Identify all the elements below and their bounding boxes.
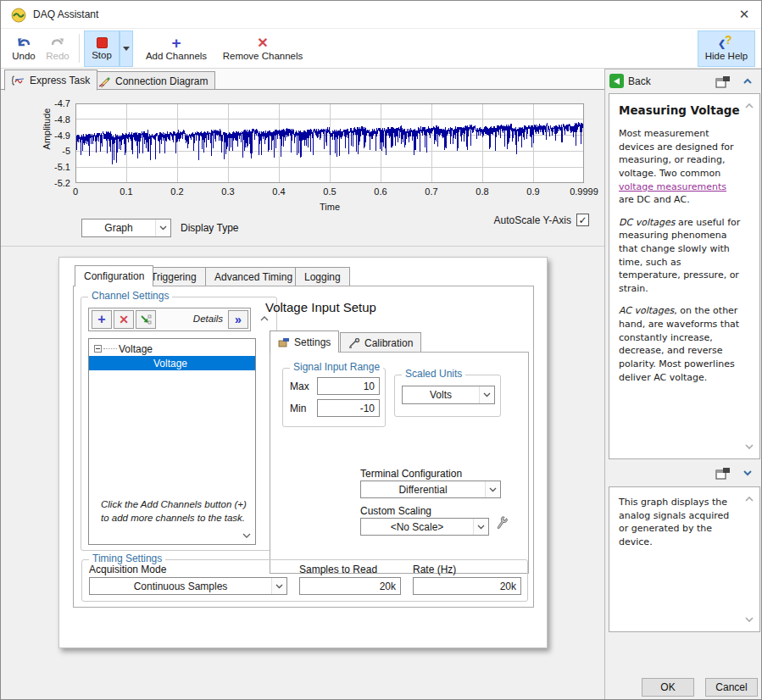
hide-help-button[interactable]: ❮ ? Hide Help — [698, 31, 755, 67]
y-tick-label: -5.1 — [54, 162, 70, 172]
scroll-down-icon[interactable] — [743, 442, 756, 452]
y-tick-label: -4.9 — [54, 131, 70, 141]
x-tick-label: 0.9 — [526, 186, 539, 197]
terminal-configuration-label: Terminal Configuration — [360, 468, 462, 480]
remove-channels-button[interactable]: ✕ Remove Channels — [218, 31, 308, 67]
channel-group-label: Voltage — [119, 343, 153, 355]
waveform-chart[interactable] — [75, 103, 584, 183]
acquisition-mode-select[interactable]: Continuous Samples — [89, 577, 287, 595]
channel-list-toolbar: + ✕ Details — [88, 308, 251, 331]
scaled-units-select[interactable]: Volts — [402, 386, 495, 404]
scroll-down-icon[interactable] — [743, 614, 756, 625]
terminal-configuration-select[interactable]: Differential — [360, 481, 501, 498]
delete-channel-button[interactable]: ✕ — [114, 310, 134, 329]
x-tick-label: 0.9999 — [570, 186, 598, 197]
redo-icon — [50, 37, 65, 49]
add-channels-button[interactable]: + Add Channels — [140, 31, 213, 67]
autoscale-checkbox[interactable]: ✓ — [576, 214, 589, 226]
back-button[interactable]: Back — [609, 74, 651, 88]
channel-label: Voltage — [153, 358, 187, 369]
dropdown-arrow-icon — [123, 47, 130, 51]
channel-settings-label: Channel Settings — [88, 290, 172, 302]
graph-note: This graph displays the analog signals a… — [619, 496, 741, 548]
voltage-input-setup-heading: Voltage Input Setup — [265, 300, 376, 314]
custom-scaling-label: Custom Scaling — [360, 505, 431, 517]
chevron-down-icon — [479, 386, 494, 403]
tab-connection-diagram[interactable]: Connection Diagram — [91, 71, 215, 91]
main-area: Configuration Triggering Advanced Timing… — [1, 247, 604, 662]
add-channel-button[interactable]: + — [92, 310, 112, 329]
scaled-units-group: Scaled Units Volts — [394, 375, 501, 417]
scaled-units-label: Scaled Units — [402, 368, 465, 380]
redo-button[interactable]: Redo — [42, 31, 74, 67]
configuration-panel: Channel Settings + ✕ — [73, 286, 534, 608]
x-axis-ticks: 00.10.20.30.40.50.60.70.80.90.9999 — [75, 186, 584, 198]
details-expand-button[interactable]: » — [228, 310, 248, 329]
collapse-help-icon[interactable] — [743, 78, 753, 85]
autoscale-control: AutoScale Y-Axis ✓ — [494, 214, 589, 226]
collapse-expander-icon[interactable] — [94, 345, 102, 353]
detach-window-icon[interactable] — [715, 75, 731, 88]
scroll-up-icon[interactable] — [743, 101, 756, 111]
window-title: DAQ Assistant — [33, 8, 98, 20]
graph-panel: Amplitude -4.7-4.8-4.9-5-5.1-5.2 00.10.2… — [1, 89, 604, 247]
display-type-select[interactable]: Graph — [81, 219, 171, 237]
x-tick-label: 0.7 — [425, 186, 437, 197]
stop-dropdown-button[interactable] — [120, 31, 133, 67]
undo-button[interactable]: Undo — [8, 31, 40, 67]
help-paragraph-3: AC voltages, on the other hand, are wave… — [619, 304, 741, 384]
tab-calibration[interactable]: Calibration — [340, 332, 421, 353]
stop-button[interactable]: Stop — [84, 31, 120, 67]
title-bar: DAQ Assistant ✕ — [1, 1, 762, 29]
ok-button[interactable]: OK — [642, 678, 694, 697]
chevron-down-icon — [473, 519, 488, 535]
samples-to-read-field[interactable]: 20k — [299, 577, 401, 595]
x-tick-label: 0.8 — [476, 186, 488, 197]
timing-settings-group: Timing Settings Acquisition Mode Continu… — [81, 559, 528, 602]
daq-assistant-dialog: DAQ Assistant ✕ Undo Redo Stop — [0, 0, 762, 700]
tab-logging[interactable]: Logging — [295, 267, 350, 286]
min-field[interactable]: -10 — [317, 399, 380, 417]
tab-advanced-timing[interactable]: Advanced Timing — [205, 267, 302, 286]
timing-settings-label: Timing Settings — [89, 553, 165, 564]
x-tick-label: 0.6 — [374, 186, 387, 197]
view-tab-strip: Express Task Connection Diagram — [1, 69, 604, 90]
express-task-icon — [12, 75, 25, 86]
max-field[interactable]: 10 — [317, 377, 380, 395]
tab-settings[interactable]: Settings — [270, 331, 339, 353]
tab-express-task[interactable]: Express Task — [4, 69, 97, 91]
voltage-measurements-link[interactable]: voltage measurements — [619, 181, 726, 192]
connection-diagram-icon — [98, 76, 111, 87]
custom-scaling-select[interactable]: <No Scale> — [360, 518, 489, 536]
scroll-down-icon[interactable] — [240, 529, 253, 542]
channel-tree-child-selected[interactable]: Voltage — [89, 356, 255, 370]
help-article-box: Measuring Voltage Most measurement devic… — [609, 93, 760, 459]
channel-settings-group: Channel Settings + ✕ — [81, 297, 277, 551]
details-label: Details — [193, 314, 223, 324]
cancel-button[interactable]: Cancel — [705, 678, 758, 697]
tab-label: Connection Diagram — [115, 75, 208, 87]
details-expand-icon: » — [235, 314, 242, 325]
change-physical-channel-button[interactable] — [136, 310, 156, 329]
y-tick-label: -4.8 — [54, 114, 70, 125]
x-tick-label: 0.1 — [120, 186, 132, 197]
channel-tree-parent[interactable]: Voltage — [89, 342, 255, 356]
close-icon[interactable]: ✕ — [726, 1, 762, 28]
y-tick-label: -5.2 — [54, 178, 70, 188]
min-label: Min — [290, 403, 306, 414]
help-paragraph-1: Most measurement devices are designed fo… — [619, 127, 741, 207]
back-arrow-icon — [609, 74, 624, 88]
back-label: Back — [628, 75, 651, 87]
detach-window-icon[interactable] — [715, 467, 731, 480]
scale-wrench-icon[interactable] — [494, 516, 509, 533]
autoscale-label: AutoScale Y-Axis — [494, 214, 571, 226]
chevron-down-icon — [155, 219, 170, 236]
tab-configuration[interactable]: Configuration — [75, 265, 153, 286]
signal-input-range-group: Signal Input Range Max 10 Min -10 — [282, 368, 386, 427]
signal-input-range-label: Signal Input Range — [290, 361, 383, 373]
x-tick-label: 0.5 — [323, 186, 336, 197]
y-tick-label: -5 — [62, 146, 70, 156]
scroll-up-icon[interactable] — [743, 494, 756, 504]
expand-help-icon[interactable] — [743, 469, 753, 476]
rate-field[interactable]: 20k — [413, 577, 521, 595]
